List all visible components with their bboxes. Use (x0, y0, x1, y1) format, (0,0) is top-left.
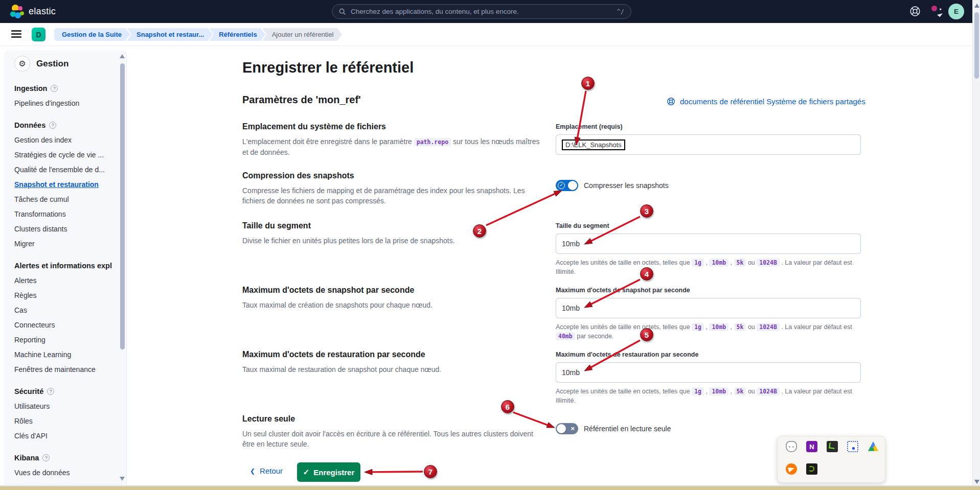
check-icon: ✓ (303, 468, 310, 477)
field-label: Maximum d'octets de snapshot par seconde (556, 287, 861, 294)
code-chip: 5k (734, 323, 746, 331)
help-icon[interactable] (909, 6, 921, 17)
annotation-badge-4: 4 (640, 267, 653, 281)
text-segment: par seconde. (575, 333, 614, 340)
pixel-game-icon[interactable] (827, 441, 838, 452)
sidebar-item-strat-gies-de-cycle-de-vie[interactable]: Stratégies de cycle de vie ... (14, 151, 115, 159)
form-row-chunk-size: Taille du segmentDivise le fichier en un… (242, 221, 862, 246)
field-value: D:\ELK_Snapshots (562, 139, 625, 150)
sidebar-item-pipelines-d-ingestion[interactable]: Pipelines d'ingestion (14, 99, 115, 107)
help-icon: ? (42, 454, 50, 461)
sidebar-item-gestion-des-index[interactable]: Gestion des index (14, 136, 115, 144)
code-chip: 5k (734, 387, 746, 395)
sidebar-item-vues-de-donn-es[interactable]: Vues de données (14, 469, 115, 477)
onenote-icon[interactable]: N (806, 441, 817, 452)
compress-toggle[interactable]: ✓ (556, 180, 578, 191)
space-avatar[interactable]: D (32, 28, 45, 41)
breadcrumb-link[interactable]: Référentiels (209, 28, 265, 41)
annotation-badge-1: 1 (581, 77, 595, 90)
sidebar-item-r-les[interactable]: Rôles (14, 417, 115, 425)
max-snapshot-bytes-input[interactable]: 10mb (556, 298, 861, 318)
form-row-max-snapshot: Maximum d'octets de snapshot par seconde… (242, 286, 862, 311)
sidebar-item-r-gles[interactable]: Règles (14, 291, 115, 299)
text-segment: Taux maximal de création de snapshots po… (242, 301, 432, 309)
text-segment: ou (746, 388, 757, 395)
form-row-location: Emplacement du système de fichiersL'empl… (242, 122, 862, 157)
sidebar-item-cl-s-d-api[interactable]: Clés d'API (14, 432, 115, 440)
sidebar-section: Données?Gestion des indexStratégies de c… (14, 121, 115, 248)
form-row-control: ✓Compresser les snapshots (556, 171, 861, 191)
toggle-label: Référentiel en lecture seule (584, 425, 671, 433)
search-shortcut-hint: ^/ (617, 8, 624, 15)
top-header-bar: elastic Cherchez des applications, du co… (0, 0, 980, 23)
sidebar-item-machine-learning[interactable]: Machine Learning (14, 351, 115, 359)
nvidia-icon[interactable] (806, 463, 817, 475)
sidebar-item-connecteurs[interactable]: Connecteurs (14, 321, 115, 329)
code-chip: 1024B (757, 323, 780, 331)
annotation-badge-5: 5 (640, 328, 653, 341)
elastic-logo-icon (10, 5, 24, 18)
sidebar-item-transformations[interactable]: Transformations (14, 210, 115, 218)
discord-icon[interactable] (786, 441, 797, 452)
form-row-description: Un seul cluster doit avoir l'accès en éc… (242, 429, 542, 449)
max-restore-bytes-input[interactable]: 10mb (556, 362, 861, 383)
global-search-input[interactable]: Cherchez des applications, du contenu, e… (332, 4, 631, 19)
save-button[interactable]: ✓ Enregistrer (297, 462, 360, 482)
user-avatar[interactable]: E (948, 4, 964, 19)
sidebar-scroll-up-arrow[interactable] (120, 54, 125, 58)
sidebar-item-migrer[interactable]: Migrer (14, 240, 115, 248)
repository-docs-link[interactable]: documents de référentiel Système de fich… (667, 97, 865, 106)
text-segment: Compresse les fichiers de mapping et de … (242, 186, 525, 205)
hamburger-menu-icon[interactable] (11, 30, 21, 38)
sidebar-item-qualit-de-l-ensemble-de-d[interactable]: Qualité de l'ensemble de d... (14, 166, 115, 174)
clock-widget-icon[interactable] (847, 441, 858, 452)
breadcrumb-link[interactable]: Gestion de la Suite (54, 28, 130, 41)
search-icon (339, 8, 346, 15)
breadcrumb-link[interactable]: Snapshot et restaur... (127, 28, 213, 41)
sidebar-section: Kibana?Vues de données (14, 454, 115, 477)
sidebar-item-fen-tres-de-maintenance[interactable]: Fenêtres de maintenance (14, 365, 115, 374)
taskbar-edge (0, 485, 980, 490)
text-segment: , (704, 323, 709, 331)
sidebar-item-t-ches-de-cumul[interactable]: Tâches de cumul (14, 195, 115, 203)
sidebar-scroll-down-arrow[interactable] (120, 477, 125, 481)
avast-icon[interactable] (786, 463, 797, 475)
brand-name: elastic (29, 6, 56, 17)
sidebar-item-alertes[interactable]: Alertes (14, 276, 115, 285)
toggle-row: ✓Compresser les snapshots (556, 180, 861, 191)
newsfeed-icon[interactable]: ✦ (931, 6, 942, 17)
toggle-row: ×Référentiel en lecture seule (556, 423, 861, 434)
annotation-badge-7: 7 (424, 465, 437, 478)
chunk-size-input[interactable]: 10mb (556, 234, 861, 254)
sidebar-section: Ingestion?Pipelines d'ingestion (14, 84, 115, 107)
text-segment: , (704, 259, 709, 266)
sidebar-item-cas[interactable]: Cas (14, 306, 115, 314)
code-chip: 1g (692, 323, 704, 331)
sidebar-item-utilisateurs[interactable]: Utilisateurs (14, 402, 115, 410)
docs-link-label: documents de référentiel Système de fich… (680, 97, 865, 106)
text-segment: ou (746, 259, 757, 266)
breadcrumb: Gestion de la SuiteSnapshot et restaur..… (54, 28, 342, 41)
location-input[interactable]: D:\ELK_Snapshots (556, 134, 861, 155)
field-value: 10mb (562, 240, 580, 248)
field-helper-text: Accepte les unités de taille en octets, … (556, 258, 861, 276)
page-scrollbar[interactable] (972, 0, 980, 490)
google-drive-icon[interactable] (868, 441, 879, 452)
life-buoy-icon (667, 97, 675, 106)
help-icon: ? (49, 122, 56, 129)
sidebar-section-heading: Kibana? (14, 454, 115, 462)
sidebar-item-clusters-distants[interactable]: Clusters distants (14, 225, 115, 233)
sidebar-scrollbar[interactable] (120, 63, 125, 349)
scroll-down-arrow[interactable] (974, 480, 979, 484)
sidebar-item-reporting[interactable]: Reporting (14, 336, 115, 344)
text-segment: , (728, 323, 734, 331)
scrollbar-thumb[interactable] (974, 12, 979, 79)
back-button[interactable]: ❮ Retour (250, 466, 283, 475)
scroll-up-arrow[interactable] (974, 4, 979, 8)
elastic-logo: elastic (10, 5, 56, 18)
readonly-toggle[interactable]: × (556, 423, 578, 434)
sidebar-item-snapshot-et-restauration[interactable]: Snapshot et restauration (14, 180, 115, 189)
text-segment: L'emplacement doit être enregistré dans … (242, 137, 414, 146)
field-label: Maximum d'octets de restauration par sec… (556, 351, 861, 358)
system-tray-popup: N (777, 436, 885, 483)
